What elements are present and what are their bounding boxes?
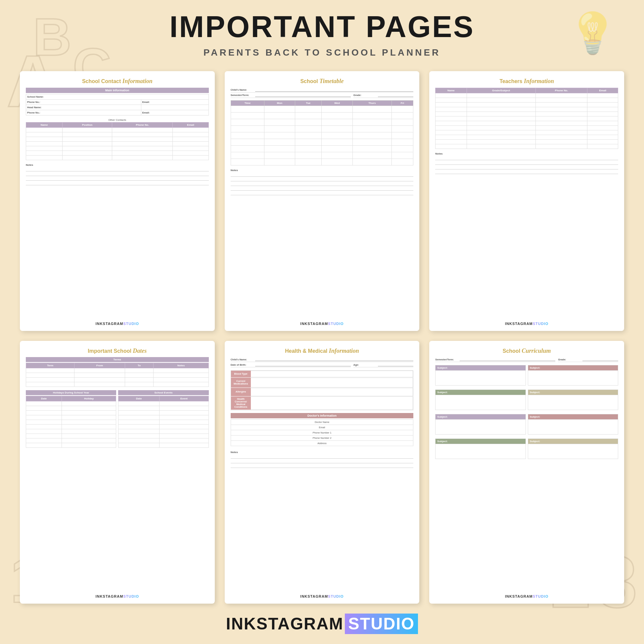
bg-bulb: 💡	[568, 10, 618, 57]
teachers-title: Teachers Information	[435, 78, 618, 85]
brand-text: INKSTAGRAM	[226, 615, 344, 633]
semester-grade-row: Semester/Term: Grade:	[231, 93, 414, 98]
subject-box-5: Subject:	[435, 414, 526, 435]
terms-header: Terms	[26, 357, 209, 362]
subject-box-1: Subject:	[435, 365, 526, 386]
main-info-header: Main Information	[26, 88, 209, 93]
dates-title: Important School Dates	[26, 347, 209, 355]
subject-box-7: Subject:	[435, 438, 526, 459]
school-name-label: School Name:	[26, 94, 209, 99]
brand-footer-5: INKSTAGRAMSTUDIO	[231, 592, 414, 598]
events-table: Date Event	[118, 396, 208, 448]
holidays-events-row: Holidays During School Year Date Holiday	[26, 390, 209, 449]
brand-studio: STUDIO	[345, 614, 418, 634]
terms-table: Term From To Notes	[26, 363, 209, 387]
brand-footer-2: INKSTAGRAMSTUDIO	[231, 320, 414, 326]
brand-footer-6: INKSTAGRAMSTUDIO	[435, 592, 618, 598]
notes-section: Notes	[26, 163, 209, 186]
bg-letter-b: B	[33, 7, 71, 68]
bottom-brand: INKSTAGRAM STUDIO	[226, 614, 418, 634]
school-curriculum-card: School Curriculum Semester/Term: Grade: …	[429, 341, 624, 604]
current-meds-row: Current Medications	[231, 378, 413, 388]
page-subtitle: PARENTS BACK TO SCHOOL PLANNER	[204, 47, 441, 58]
school-contact-card: School Contact Information Main Informat…	[20, 71, 215, 331]
timetable-notes: Notes	[231, 169, 414, 196]
teachers-notes: Notes	[435, 152, 618, 175]
brand-footer-4: INKSTAGRAMSTUDIO	[26, 592, 209, 598]
holidays-section: Holidays During School Year Date Holiday	[26, 390, 116, 449]
health-medical-card: Health & Medical Information Child's Nam…	[225, 341, 420, 604]
brand-footer-3: INKSTAGRAMSTUDIO	[435, 320, 618, 326]
subject-row-4: Subject: Subject:	[435, 438, 618, 461]
curriculum-semester-row: Semester/Term: Grade:	[435, 357, 618, 362]
main-info-table: School Name: Phone No.: Email: Head Name…	[26, 94, 209, 115]
health-concerns-row: Health Concerns/ Medical Conditions	[231, 396, 413, 410]
dob-age-row: Date of Birth: Age:	[231, 362, 414, 368]
child-name-row: Child's Name:	[231, 88, 414, 93]
subject-row-3: Subject: Subject:	[435, 414, 618, 437]
teachers-table: Name Grade/Subject Phone No. Email	[435, 88, 618, 149]
brand-footer: INKSTAGRAMSTUDIO	[26, 320, 209, 326]
school-contact-title: School Contact Information	[26, 78, 209, 85]
other-contacts-label: Other Contacts	[26, 118, 209, 121]
health-conditions-box: Blood Type Current Medications Allergies…	[231, 370, 414, 410]
other-contacts-table: Name Position Phone No. Email	[26, 122, 209, 160]
doctor-info-header: Doctor's Information	[231, 413, 414, 418]
subject-row-1: Subject: Subject:	[435, 365, 618, 388]
cards-grid: School Contact Information Main Informat…	[20, 71, 624, 604]
events-section: School Events Date Event	[118, 390, 208, 449]
timetable-title: School Timetable	[231, 78, 414, 85]
subject-box-3: Subject:	[435, 390, 526, 410]
health-child-name: Child's Name:	[231, 357, 414, 362]
curriculum-title: School Curriculum	[435, 347, 618, 355]
doctor-table: Doctor Name Email Phone Number 1 Phone N…	[231, 419, 414, 446]
subject-box-2: Subject:	[528, 365, 618, 386]
timetable-table: Time Mon Tue Wed Thurs Fri	[231, 100, 414, 165]
allergies-row: Allergies	[231, 388, 413, 396]
blood-type-row: Blood Type	[231, 371, 413, 377]
health-title: Health & Medical Information	[231, 347, 414, 355]
teachers-info-card: Teachers Information Name Grade/Subject …	[429, 71, 624, 331]
subject-box-8: Subject:	[528, 438, 618, 459]
school-timetable-card: School Timetable Child's Name: Semester/…	[225, 71, 420, 331]
health-notes: Notes	[231, 451, 414, 469]
subject-row-2: Subject: Subject:	[435, 390, 618, 412]
subject-box-4: Subject:	[528, 390, 618, 410]
subject-box-6: Subject:	[528, 414, 618, 435]
holidays-table: Date Holiday	[26, 396, 116, 448]
page-title: IMPORTANT PAGES	[169, 10, 475, 44]
main-container: B C A 💡 1 2 3 IMPORTANT PAGES PARENTS BA…	[0, 0, 644, 644]
important-dates-card: Important School Dates Terms Term From T…	[20, 341, 215, 604]
